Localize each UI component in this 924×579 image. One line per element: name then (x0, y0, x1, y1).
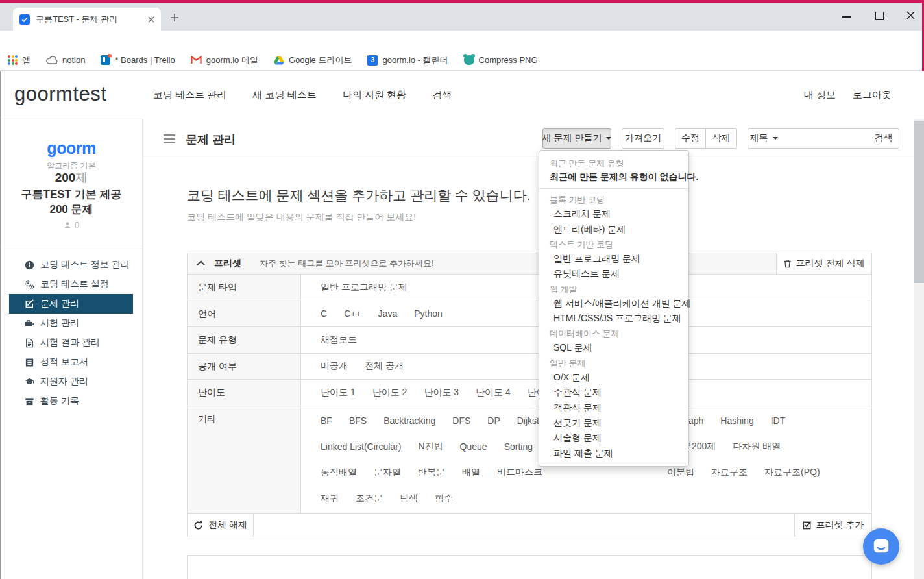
preset-tag[interactable]: Queue (460, 441, 487, 452)
preset-tag[interactable]: Python (414, 308, 443, 319)
preset-tag[interactable]: Linked List(Circular) (321, 441, 401, 452)
preset-footer: 전체 해제 프리셋 추가 (187, 513, 872, 537)
dropdown-entry[interactable]: 객관식 문제 (539, 400, 688, 415)
preset-tag[interactable]: 문자열 (374, 467, 401, 478)
preset-tag[interactable]: 이분법 (667, 467, 694, 478)
dropdown-entry (539, 188, 688, 189)
sidebar-item-exam-results[interactable]: 시험 결과 관리 (9, 333, 133, 352)
preset-tag[interactable]: 난이도 4 (476, 387, 511, 399)
gmail-icon (191, 56, 202, 64)
preset-tag[interactable]: Backtracking (383, 415, 435, 426)
preset-tag[interactable]: DFS (452, 415, 470, 426)
sidebar-item-problem-management[interactable]: 문제 관리 (9, 294, 133, 314)
dropdown-entry[interactable]: 일반 프로그래밍 문제 (539, 251, 688, 266)
add-preset-button[interactable]: 프리셋 추가 (794, 514, 871, 537)
edit-button[interactable]: 수정 (675, 128, 706, 149)
dropdown-entry[interactable]: SQL 문제 (539, 340, 688, 355)
preset-tag[interactable]: 탐색 (400, 493, 418, 504)
bookmark-calendar[interactable]: 3 goorm.io - 캘린더 (367, 55, 448, 66)
sidebar-item-applicant-management[interactable]: 지원자 관리 (9, 372, 133, 391)
bookmark-drive[interactable]: Google 드라이브 (274, 55, 352, 66)
dropdown-entry[interactable]: HTML/CSS/JS 프로그래밍 문제 (539, 311, 688, 326)
preset-tag[interactable]: 난이도 3 (424, 387, 459, 399)
preset-tag[interactable]: 비공개 (321, 360, 348, 372)
preset-tag[interactable]: BF (321, 415, 332, 426)
checkbox-check-icon (803, 521, 812, 530)
dropdown-entry[interactable]: O/X 문제 (539, 370, 688, 385)
chat-widget-button[interactable] (863, 528, 899, 565)
bookmark-trello[interactable]: * Boards | Trello (101, 55, 175, 65)
preset-tag[interactable]: 전체 공개 (365, 360, 404, 372)
nav-item[interactable]: 새 코딩 테스트 (252, 89, 316, 101)
account-link[interactable]: 로그아웃 (853, 89, 892, 101)
sidebar-item-exam-management[interactable]: 시험 관리 (9, 314, 133, 333)
preset-tag[interactable]: 비트마스크 (497, 467, 542, 478)
new-tab-icon[interactable] (170, 13, 179, 22)
preset-tag[interactable]: Hashing (720, 415, 753, 426)
preset-tag[interactable]: N진법 (418, 441, 443, 452)
search-field-selector[interactable]: 제목 (748, 128, 780, 149)
nav-item[interactable]: 나의 지원 현황 (343, 89, 406, 101)
dropdown-entry[interactable]: 주관식 문제 (539, 385, 688, 400)
window-close-icon[interactable] (906, 10, 916, 20)
tab-close-icon[interactable] (148, 16, 154, 23)
preset-tag[interactable]: 일반 프로그래밍 문제 (321, 282, 407, 293)
preset-tag[interactable]: IDT (771, 415, 786, 426)
preset-tag[interactable]: 자료구조 (711, 467, 748, 478)
search-input[interactable] (779, 128, 869, 149)
goorm-logo: goorm (0, 139, 143, 158)
hamburger-menu-icon[interactable] (164, 134, 175, 143)
sidebar-item-activity-log[interactable]: 활동 기록 (9, 391, 133, 411)
sidebar-item-grade-report[interactable]: 성적 보고서 (9, 352, 133, 372)
goorm-favicon-icon (19, 14, 30, 25)
scrollbar-thumb[interactable] (914, 121, 924, 283)
preset-tag[interactable]: 난이도 1 (321, 387, 356, 399)
nav-item[interactable]: 코딩 테스트 관리 (153, 89, 226, 101)
preset-tag[interactable]: 함수 (435, 493, 453, 504)
browser-tab[interactable]: 구름TEST - 문제 관리 (13, 8, 161, 31)
dropdown-entry[interactable]: 파일 제출 문제 (539, 446, 688, 461)
preset-tag[interactable]: Sorting (504, 441, 533, 452)
preset-tag[interactable]: C (321, 308, 327, 319)
dropdown-entry[interactable]: 유닛테스트 문제 (539, 266, 688, 281)
preset-tag[interactable]: DP (487, 415, 500, 426)
import-button[interactable]: 가져오기 (622, 128, 664, 149)
dropdown-entry[interactable]: 스크래치 문제 (539, 206, 688, 221)
window-maximize-icon[interactable] (875, 12, 884, 20)
dropdown-entry[interactable]: 웹 서비스/애플리케이션 개발 문제 (539, 296, 688, 311)
bookmark-apps[interactable]: 앱 (8, 55, 30, 66)
preset-tag[interactable]: 조건문 (356, 493, 383, 504)
preset-tag[interactable]: Java (378, 308, 398, 319)
dropdown-entry[interactable]: 엔트리(베타) 문제 (539, 221, 688, 236)
account-link[interactable]: 내 정보 (804, 89, 836, 101)
preset-delete-all-button[interactable]: 프리셋 전체 삭제 (776, 253, 871, 275)
preset-tag[interactable]: 채점모드 (321, 334, 357, 346)
preset-tag[interactable]: BFS (349, 415, 367, 426)
goormtest-logo[interactable]: goormtest (14, 82, 106, 106)
nav-item[interactable]: 검색 (432, 89, 452, 101)
preset-tag[interactable]: 배열 (462, 467, 480, 478)
clear-all-button[interactable]: 전체 해제 (188, 514, 254, 537)
dropdown-entry[interactable]: 선긋기 문제 (539, 415, 688, 430)
sidebar-item-test-info[interactable]: 코딩 테스트 정보 관리 (9, 255, 133, 275)
dropdown-entry[interactable]: 서술형 문제 (539, 430, 688, 445)
chevron-up-icon[interactable] (197, 260, 205, 269)
new-problem-button[interactable]: 새 문제 만들기 (542, 128, 611, 149)
description-subtitle: 코딩 테스트에 알맞은 내용의 문제를 직접 만들어 보세요! (187, 212, 416, 223)
window-minimize-icon[interactable] (842, 16, 851, 18)
dropdown-entry: 웹 개발 (539, 282, 688, 296)
search-button[interactable]: 검색 (868, 128, 899, 149)
preset-tag[interactable]: C++ (344, 308, 361, 319)
delete-button[interactable]: 삭제 (705, 128, 737, 149)
preset-row-language: 언어 CC++JavaPython (187, 301, 872, 328)
preset-tag[interactable]: 자료구조(PQ) (764, 467, 820, 478)
preset-tag[interactable]: 동적배열 (321, 467, 357, 478)
bookmark-gmail[interactable]: goorm.io 메일 (191, 55, 258, 66)
preset-tag[interactable]: 다차원 배열 (733, 441, 781, 452)
bookmark-compress-png[interactable]: Compress PNG (464, 55, 538, 65)
preset-tag[interactable]: 반복문 (418, 467, 445, 478)
bookmark-notion[interactable]: notion (46, 55, 85, 65)
sidebar-item-test-settings[interactable]: 코딩 테스트 설정 (9, 275, 133, 294)
preset-tag[interactable]: 난이도 2 (372, 387, 407, 399)
preset-tag[interactable]: 재귀 (321, 493, 339, 504)
